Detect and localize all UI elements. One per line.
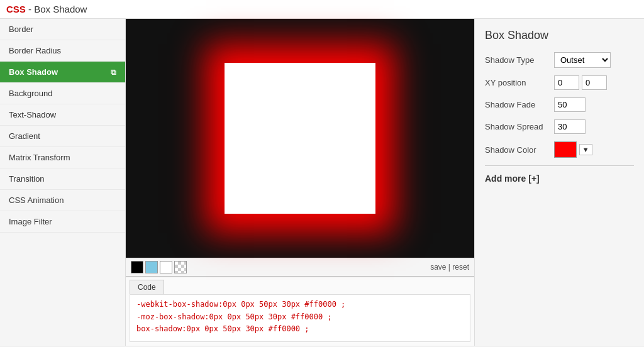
code-panel: Code -webkit-box-shadow:0px 0px 50px 30p… [126, 276, 474, 346]
code-content: -webkit-box-shadow:0px 0px 50px 30px #ff… [130, 294, 470, 342]
xy-position-label: XY position [485, 78, 554, 87]
color-dropdown-arrow[interactable]: ▼ [579, 144, 592, 155]
swatch-black[interactable] [131, 261, 143, 273]
sidebar-item-matrix-transform[interactable]: Matrix Transform [0, 147, 125, 168]
title-separator: - [26, 4, 34, 14]
separator: | [447, 263, 453, 272]
xy-y-input[interactable] [582, 75, 607, 90]
sidebar-item-text-shadow[interactable]: Text-Shadow [0, 104, 125, 126]
shadow-type-row: Shadow Type Outset Inset [485, 52, 634, 68]
bg-swatches [131, 261, 187, 273]
sidebar-item-css-animation[interactable]: CSS Animation [0, 190, 125, 211]
sidebar-item-transition[interactable]: Transition [0, 168, 125, 190]
shadow-color-swatch[interactable] [554, 141, 577, 158]
shadow-spread-field[interactable] [554, 119, 586, 134]
shadow-fade-field[interactable] [554, 97, 586, 112]
sidebar-item-border[interactable]: Border [0, 19, 125, 40]
code-line-standard: box-shadow:0px 0px 50px 30px #ff0000 ; [136, 323, 464, 335]
center-panel: save | reset Code -webkit-box-shadow:0px… [126, 19, 474, 346]
code-line-moz: -moz-box-shadow:0px 0px 50px 30px #ff000… [136, 311, 464, 323]
swatch-checker[interactable] [174, 261, 187, 273]
sidebar: Border Border Radius Box Shadow ⧉ Backgr… [0, 19, 126, 346]
shadow-type-label: Shadow Type [485, 55, 554, 65]
shadow-fade-row: Shadow Fade [485, 97, 634, 112]
code-tab[interactable]: Code [130, 280, 164, 294]
xy-x-input[interactable] [554, 75, 579, 90]
title-page: Box Shadow [34, 4, 87, 14]
shadow-type-select[interactable]: Outset Inset [554, 52, 611, 68]
title-css: CSS [6, 4, 26, 14]
xy-position-row: XY position [485, 75, 634, 90]
shadow-fade-label: Shadow Fade [485, 100, 554, 109]
sidebar-item-box-shadow[interactable]: Box Shadow ⧉ [0, 62, 125, 83]
shadow-type-input[interactable]: Outset Inset [554, 52, 611, 68]
swatch-lightblue[interactable] [145, 261, 158, 273]
save-link[interactable]: save [430, 263, 446, 272]
shadow-box [225, 63, 375, 214]
save-reset-controls: save | reset [430, 263, 469, 272]
divider [485, 165, 634, 166]
shadow-spread-row: Shadow Spread [485, 119, 634, 134]
sidebar-item-background[interactable]: Background [0, 83, 125, 104]
controls-title: Box Shadow [485, 29, 634, 42]
page-title: CSS - Box Shadow [0, 0, 644, 19]
shadow-color-input: ▼ [554, 141, 592, 158]
shadow-spread-input[interactable] [554, 119, 586, 134]
xy-position-input [554, 75, 607, 90]
add-more-button[interactable]: Add more [+] [485, 174, 634, 184]
sidebar-item-image-filter[interactable]: Image Filter [0, 211, 125, 233]
shadow-color-label: Shadow Color [485, 145, 554, 155]
swatch-white[interactable] [160, 261, 172, 273]
preview-toolbar: save | reset [126, 258, 474, 276]
sidebar-item-border-radius[interactable]: Border Radius [0, 40, 125, 62]
shadow-color-row: Shadow Color ▼ [485, 141, 634, 158]
preview-area [126, 19, 474, 258]
shadow-fade-input[interactable] [554, 97, 586, 112]
code-line-webkit: -webkit-box-shadow:0px 0px 50px 30px #ff… [136, 299, 464, 311]
shadow-spread-label: Shadow Spread [485, 122, 554, 131]
copy-icon[interactable]: ⧉ [111, 68, 116, 77]
reset-link[interactable]: reset [452, 263, 469, 272]
right-panel: Box Shadow Shadow Type Outset Inset XY p… [474, 19, 644, 346]
sidebar-item-gradient[interactable]: Gradient [0, 126, 125, 147]
